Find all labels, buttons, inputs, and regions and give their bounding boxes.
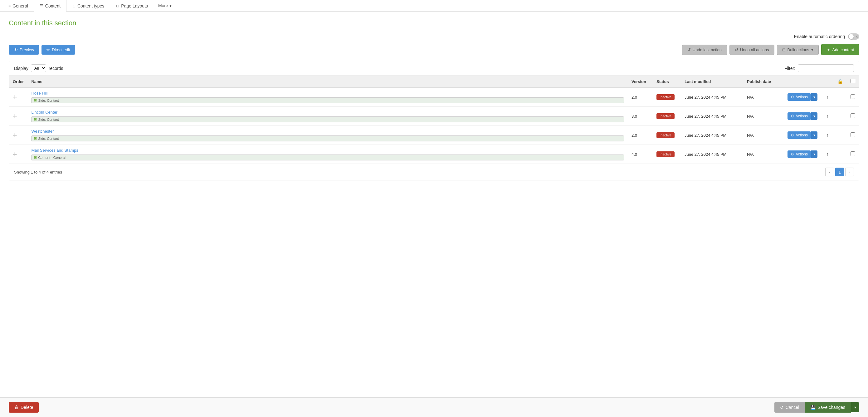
toggle-knob [849,34,854,39]
tab-content[interactable]: ☰ Content [34,0,66,11]
actions-dropdown-button[interactable]: ▾ [811,131,817,139]
page-wrapper: ≡ General ☰ Content ⊞ Content types ⊟ Pa… [0,0,868,417]
record-type-badge: ⊞ Content - General [31,154,624,160]
move-up-button[interactable]: ↑ [825,93,830,101]
move-up-button[interactable]: ↑ [825,150,830,158]
actions-button[interactable]: ⚙ Actions [787,131,811,139]
page-1-button[interactable]: 1 [835,168,844,176]
save-dropdown-button[interactable]: ▾ [851,402,859,412]
drag-handle-cell: ✛ [9,107,27,126]
main-content: Content in this section Enable automatic… [0,11,868,397]
pagination-row: Showing 1 to 4 of 4 entries ‹ 1 › [9,163,859,180]
display-select[interactable]: All 10 25 50 [31,64,46,72]
move-up-button[interactable]: ↑ [825,131,830,139]
th-lock: 🔒 [834,76,846,88]
tab-more[interactable]: More ▾ [154,0,176,11]
name-cell: Mail Services and Stamps ⊞ Content - Gen… [27,145,628,164]
checkbox-cell [846,88,859,107]
save-changes-button[interactable]: 💾 Save changes [805,402,851,413]
auto-ordering-row: Enable automatic ordering ✕ [9,33,859,40]
table-body: ✛ Rose Hill ⊞ Side: Contact 2.0 Inactive… [9,88,859,164]
section-title: Content in this section [9,19,859,27]
actions-button[interactable]: ⚙ Actions [787,93,811,101]
direct-edit-button[interactable]: ✏ Direct edit [41,45,75,55]
status-cell: Inactive [653,107,681,126]
status-cell: Inactive [653,126,681,145]
display-row: Display All 10 25 50 records Filter: [9,61,859,76]
gear-icon: ⚙ [790,95,794,99]
drag-handle-icon[interactable]: ✛ [13,152,17,157]
record-name-link[interactable]: Lincoln Center [31,110,624,115]
publish-cell: N/A [743,126,781,145]
tab-content-label: Content [45,3,61,8]
table-wrapper: Display All 10 25 50 records Filter: Ord… [9,61,859,180]
publish-cell: N/A [743,107,781,126]
save-dropdown-chevron-icon: ▾ [854,405,856,410]
th-order: Order [9,76,27,88]
name-cell: Westchester ⊞ Side: Contact [27,126,628,145]
drag-handle-icon[interactable]: ✛ [13,133,17,138]
undo-last-button[interactable]: ↺ Undo last action [682,44,727,55]
actions-cell: ⚙ Actions ▾ [781,145,821,164]
actions-dropdown-button[interactable]: ▾ [811,93,817,101]
tab-page-layouts[interactable]: ⊟ Page Layouts [110,0,154,11]
actions-button[interactable]: ⚙ Actions [787,112,811,120]
record-name-link[interactable]: Rose Hill [31,91,624,95]
arrow-cell: ↑ [821,126,834,145]
tab-general[interactable]: ≡ General [2,0,34,11]
drag-handle-icon[interactable]: ✛ [13,114,17,119]
record-type-badge: ⊞ Side: Contact [31,136,624,141]
record-name-link[interactable]: Mail Services and Stamps [31,148,624,153]
status-badge: Inactive [656,132,675,138]
table-row: ✛ Lincoln Center ⊞ Side: Contact 3.0 Ina… [9,107,859,126]
trash-icon: 🗑 [14,405,19,410]
checkbox-cell [846,145,859,164]
tab-content-types[interactable]: ⊞ Content types [66,0,110,11]
table-header: Order Name Version Status Last modified … [9,76,859,88]
status-badge: Inactive [656,151,675,157]
status-cell: Inactive [653,145,681,164]
prev-page-button[interactable]: ‹ [825,168,834,176]
actions-dropdown-button[interactable]: ▾ [811,150,817,158]
display-label: Display [14,66,28,71]
row-checkbox[interactable] [850,94,855,99]
record-type-badge: ⊞ Side: Contact [31,97,624,103]
arrow-cell: ↑ [821,107,834,126]
th-name: Name [27,76,628,88]
pagination: ‹ 1 › [825,168,854,176]
row-checkbox[interactable] [850,151,855,156]
bulk-actions-button[interactable]: ⊞ Bulk actions ▾ [777,44,819,55]
actions-button[interactable]: ⚙ Actions [787,150,811,158]
actions-dropdown-button[interactable]: ▾ [811,112,817,120]
actions-cell: ⚙ Actions ▾ [781,107,821,126]
filter-area: Filter: [784,64,854,72]
select-all-checkbox[interactable] [850,79,855,83]
publish-cell: N/A [743,145,781,164]
cancel-button[interactable]: ↺ Cancel [774,402,805,413]
cancel-icon: ↺ [780,405,784,410]
status-badge: Inactive [656,94,675,100]
delete-button[interactable]: 🗑 Delete [9,402,39,413]
gear-icon: ⚙ [790,114,794,118]
th-status: Status [653,76,681,88]
gear-icon: ⚙ [790,133,794,137]
row-checkbox[interactable] [850,113,855,118]
eye-icon: 👁 [14,48,18,52]
version-cell: 3.0 [628,107,653,126]
undo-all-button[interactable]: ↺ Undo all actions [730,44,774,55]
filter-label: Filter: [784,66,795,71]
add-content-button[interactable]: ＋ Add content [821,44,859,55]
move-up-button[interactable]: ↑ [825,112,830,120]
table-row: ✛ Westchester ⊞ Side: Contact 2.0 Inacti… [9,126,859,145]
lock-header-icon: 🔒 [837,79,843,84]
record-name-link[interactable]: Westchester [31,129,624,133]
filter-input[interactable] [798,64,854,72]
content-types-icon: ⊞ [72,4,75,8]
next-page-button[interactable]: › [845,168,854,176]
preview-button[interactable]: 👁 Preview [9,45,39,55]
row-checkbox[interactable] [850,132,855,137]
pencil-icon: ✏ [46,48,50,52]
status-cell: Inactive [653,88,681,107]
auto-ordering-toggle[interactable]: ✕ [848,33,859,40]
drag-handle-icon[interactable]: ✛ [13,95,17,100]
